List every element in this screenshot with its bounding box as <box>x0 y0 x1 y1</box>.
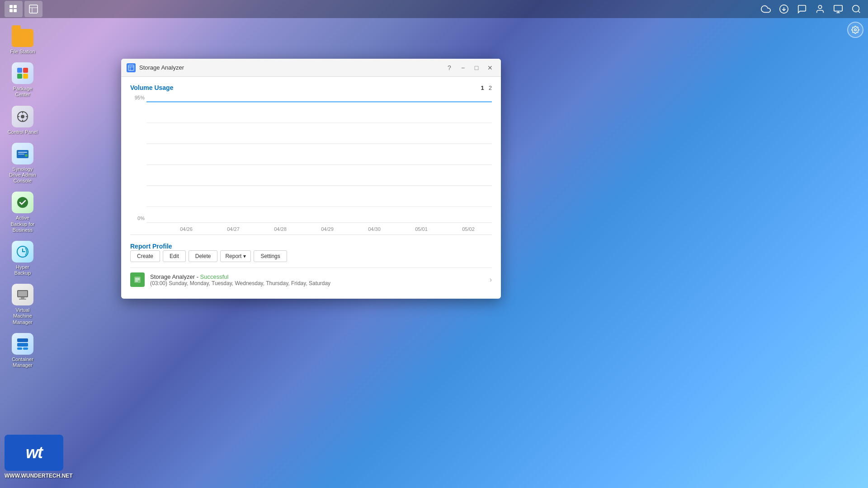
report-row-name: Storage Analyzer - Successful <box>150 273 330 280</box>
report-row-info: Storage Analyzer - Successful (03:00) Su… <box>150 273 330 286</box>
desktop-icons: File Station Package Center Contro <box>5 23 41 371</box>
svg-rect-36 <box>17 338 28 342</box>
taskbar-left <box>5 1 42 17</box>
report-row-chevron-icon: › <box>490 276 492 284</box>
apps-taskbar-button[interactable] <box>5 1 23 17</box>
file-station-label: File Station <box>10 49 35 55</box>
report-row-icon <box>130 272 145 287</box>
window-titlebar: Storage Analyzer ? − □ ✕ <box>121 59 501 77</box>
cloud-sync-taskbar-icon[interactable] <box>759 2 773 16</box>
svg-rect-33 <box>18 291 27 296</box>
svg-rect-34 <box>21 297 24 299</box>
dropdown-arrow-icon: ▾ <box>243 253 246 259</box>
settings-circle-button[interactable] <box>847 22 863 38</box>
window-title-text: Storage Analyzer <box>139 64 184 71</box>
svg-point-30 <box>17 197 28 208</box>
synology-drive-icon[interactable]: Synology Drive Admin Console <box>5 140 41 187</box>
package-center-icon[interactable]: Package Center <box>5 60 41 100</box>
taskbar-right <box>759 2 863 16</box>
svg-rect-40 <box>128 65 134 70</box>
settings-report-button[interactable]: Settings <box>254 250 287 262</box>
report-name-text: Storage Analyzer <box>150 273 195 280</box>
svg-rect-17 <box>23 68 28 73</box>
x-label-0427: 04/27 <box>227 226 240 232</box>
svg-rect-18 <box>17 74 22 79</box>
synology-drive-label: Synology Drive Admin Console <box>7 166 38 184</box>
svg-rect-28 <box>18 154 24 155</box>
window-minimize-button[interactable]: − <box>458 62 468 73</box>
search-taskbar-icon[interactable] <box>849 2 863 16</box>
svg-rect-37 <box>17 343 28 347</box>
hyper-backup-icon[interactable]: Hyper Backup <box>5 238 41 279</box>
svg-rect-16 <box>17 68 22 73</box>
svg-rect-38 <box>17 347 22 350</box>
svg-point-13 <box>853 5 859 12</box>
volume-usage-chart: 95% 0% <box>130 95 492 235</box>
window-help-button[interactable]: ? <box>444 62 455 73</box>
svg-rect-0 <box>9 5 13 8</box>
svg-rect-19 <box>23 74 28 79</box>
container-manager-icon[interactable]: Container Manager <box>5 330 41 371</box>
svg-rect-35 <box>19 299 26 300</box>
storage-analyzer-window: Storage Analyzer ? − □ ✕ Volume Usage 1 … <box>121 59 501 299</box>
report-status-text: Successful <box>200 273 229 280</box>
svg-point-21 <box>21 115 24 118</box>
taskbar <box>0 0 868 18</box>
watermark: wt WWW.WUNDERTECH.NET <box>5 435 73 479</box>
chat-taskbar-icon[interactable] <box>795 2 809 16</box>
wt-logo: wt <box>5 435 63 471</box>
control-panel-icon[interactable]: Control Panel <box>5 103 41 138</box>
svg-rect-4 <box>29 5 38 13</box>
virtual-machine-icon[interactable]: Virtual Machine Manager <box>5 281 41 328</box>
control-panel-label: Control Panel <box>8 129 38 135</box>
svg-line-14 <box>858 11 860 13</box>
volume-1-button[interactable]: 1 <box>481 84 484 91</box>
report-profile-row[interactable]: Storage Analyzer - Successful (03:00) Su… <box>130 267 492 291</box>
report-dropdown-button[interactable]: Report ▾ <box>220 250 251 262</box>
y-label-0: 0% <box>130 216 146 221</box>
storage-analyzer-taskbar-button[interactable] <box>24 1 42 17</box>
wt-url-label: WWW.WUNDERTECH.NET <box>5 473 73 479</box>
svg-rect-3 <box>14 9 17 12</box>
window-title-left: Storage Analyzer <box>127 63 184 72</box>
report-profile-title: Report Profile <box>130 243 172 250</box>
chart-svg-area: 04/26 04/27 04/28 04/29 04/30 05/01 05/0… <box>146 95 492 235</box>
window-controls: ? − □ ✕ <box>444 62 495 73</box>
volume-usage-header: Volume Usage 1 2 <box>130 84 492 91</box>
active-backup-label: Active Backup for Business <box>7 215 38 233</box>
chart-x-labels: 04/26 04/27 04/28 04/29 04/30 05/01 05/0… <box>163 224 492 235</box>
report-row-schedule: (03:00) Sunday, Monday, Tuesday, Wednesd… <box>150 280 330 286</box>
chart-y-labels: 95% 0% <box>130 95 146 221</box>
svg-rect-39 <box>23 347 28 350</box>
x-label-0429: 04/29 <box>321 226 334 232</box>
create-report-button[interactable]: Create <box>130 250 160 262</box>
file-station-icon[interactable]: File Station <box>5 23 41 57</box>
user-taskbar-icon[interactable] <box>813 2 827 16</box>
window-maximize-button[interactable]: □ <box>471 62 482 73</box>
window-app-icon <box>127 63 136 72</box>
volume-usage-title: Volume Usage <box>130 84 173 91</box>
svg-point-29 <box>25 154 28 157</box>
download-manager-taskbar-icon[interactable] <box>777 2 791 16</box>
report-separator: - <box>197 273 200 280</box>
virtual-machine-label: Virtual Machine Manager <box>7 307 38 325</box>
window-body: Volume Usage 1 2 95% 0% <box>121 77 501 299</box>
x-label-0502: 05/02 <box>462 226 475 232</box>
monitor-taskbar-icon[interactable] <box>831 2 845 16</box>
report-toolbar: Create Edit Delete Report ▾ Settings <box>130 250 492 262</box>
svg-rect-10 <box>834 5 842 11</box>
svg-point-9 <box>818 5 821 9</box>
report-row-left: Storage Analyzer - Successful (03:00) Su… <box>130 272 330 287</box>
x-label-0430: 04/30 <box>368 226 381 232</box>
delete-report-button[interactable]: Delete <box>189 250 218 262</box>
package-center-label: Package Center <box>7 86 38 98</box>
window-close-button[interactable]: ✕ <box>485 62 495 73</box>
x-label-0426: 04/26 <box>180 226 193 232</box>
x-label-0501: 05/01 <box>415 226 428 232</box>
container-manager-label: Container Manager <box>7 357 38 368</box>
edit-report-button[interactable]: Edit <box>163 250 186 262</box>
active-backup-icon[interactable]: Active Backup for Business <box>5 189 41 236</box>
svg-rect-27 <box>18 152 27 153</box>
volume-2-button[interactable]: 2 <box>489 84 492 91</box>
report-profile-section: Report Profile Create Edit Delete Report… <box>130 242 492 291</box>
